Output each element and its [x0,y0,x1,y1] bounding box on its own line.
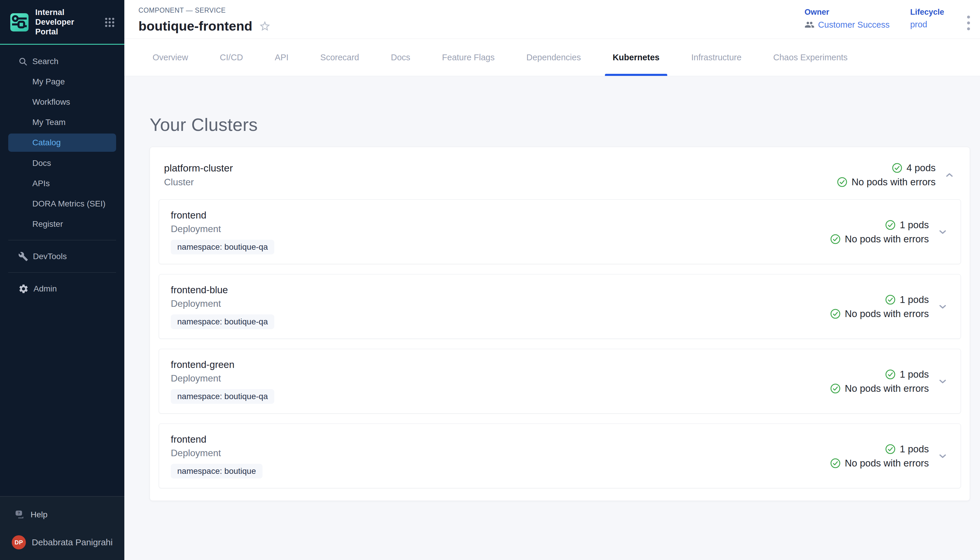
more-options-kebab-icon[interactable] [965,12,972,36]
deployment-kind: Deployment [171,298,221,309]
wrench-icon [18,252,28,262]
main-area: COMPONENT — SERVICE boutique-frontend Ow… [125,0,980,560]
help-label: Help [31,510,48,519]
tab-cicd[interactable]: CI/CD [212,39,251,76]
deployment-card[interactable]: frontend Deployment namespace: boutique … [159,423,961,488]
entity-tabs: Overview CI/CD API Scorecard Docs Featur… [125,39,980,76]
owner-meta: Owner Customer Success [804,8,889,30]
help-chat-icon: ? [14,509,25,520]
svg-text:?: ? [18,511,20,515]
deployment-pods-count: 1 pods [900,369,929,380]
deployment-kind: Deployment [171,448,221,458]
deployment-kind: Deployment [171,373,221,384]
tab-dependencies[interactable]: Dependencies [519,39,588,76]
user-avatar: DP [12,535,26,549]
apps-grid-icon[interactable] [104,16,116,29]
sidebar-item-docs[interactable]: Docs [0,153,125,173]
deployment-card[interactable]: frontend-blue Deployment namespace: bout… [159,274,961,339]
page-header: COMPONENT — SERVICE boutique-frontend Ow… [125,0,980,39]
sidebar-item-help[interactable]: ? Help [0,505,125,524]
chevron-down-icon[interactable] [937,450,949,462]
sidebar-item-label: Admin [33,284,57,293]
sidebar: Internal Developer Portal Search My Page… [0,0,125,560]
search-icon [18,57,28,66]
tab-infrastructure[interactable]: Infrastructure [684,39,749,76]
lifecycle-value: prod [910,20,944,29]
deployment-name: frontend [171,434,206,445]
sidebar-divider [8,240,116,240]
lifecycle-meta: Lifecycle prod [910,8,944,29]
sidebar-item-register[interactable]: Register [0,214,125,234]
deployment-card[interactable]: frontend-green Deployment namespace: bou… [159,349,961,413]
owner-label: Owner [804,8,889,17]
sidebar-item-search[interactable]: Search [0,51,125,72]
deployment-errors-status: No pods with errors [845,233,929,245]
deployment-errors-status: No pods with errors [845,308,929,319]
tab-docs[interactable]: Docs [383,39,418,76]
chevron-down-icon[interactable] [937,226,949,238]
check-circle-icon [837,177,847,187]
sidebar-item-admin[interactable]: Admin [0,278,125,299]
sidebar-item-label: DevTools [33,252,67,261]
tab-scorecard[interactable]: Scorecard [313,39,367,76]
namespace-chip: namespace: boutique [171,464,262,478]
check-circle-icon [885,369,895,380]
tab-kubernetes[interactable]: Kubernetes [605,39,667,76]
check-circle-icon [885,294,895,305]
tab-overview[interactable]: Overview [145,39,196,76]
check-circle-icon [885,220,895,230]
deployment-errors-status: No pods with errors [845,383,929,394]
sidebar-item-apis[interactable]: APIs [0,173,125,193]
sidebar-item-devtools[interactable]: DevTools [0,246,125,267]
chevron-down-icon[interactable] [937,301,949,313]
sidebar-item-catalog[interactable]: Catalog [8,133,116,152]
check-circle-icon [830,458,840,468]
brand[interactable]: Internal Developer Portal [0,0,125,45]
namespace-chip: namespace: boutique-qa [171,389,274,404]
lifecycle-label: Lifecycle [910,8,944,17]
brand-logo-icon [10,13,29,32]
cluster-pods-count: 4 pods [907,162,936,173]
sidebar-item-label: Search [32,57,58,66]
chevron-down-icon[interactable] [937,375,949,388]
brand-title: Internal Developer Portal [35,8,97,37]
user-name: Debabrata Panigrahi [32,537,113,547]
namespace-chip: namespace: boutique-qa [171,314,274,329]
sidebar-bottom: ? Help DP Debabrata Panigrahi [0,496,125,560]
cluster-card: platform-cluster Cluster 4 pods [149,147,970,501]
sidebar-nav: Search My Page Workflows My Team Catalog… [0,45,125,299]
check-circle-icon [892,163,902,173]
deployment-name: frontend-blue [171,284,228,296]
user-menu[interactable]: DP Debabrata Panigrahi [0,533,125,552]
deployment-pods-count: 1 pods [900,294,929,305]
deployment-pods-count: 1 pods [900,219,929,231]
check-circle-icon [830,234,840,244]
favorite-star-icon[interactable] [259,20,271,32]
owner-link[interactable]: Customer Success [818,20,889,30]
check-circle-icon [885,444,895,454]
deployment-name: frontend [171,210,206,221]
check-circle-icon [830,308,840,319]
deployment-pods-count: 1 pods [900,443,929,455]
sidebar-item-workflows[interactable]: Workflows [0,92,125,112]
sidebar-item-my-page[interactable]: My Page [0,72,125,92]
page-title: boutique-frontend [138,18,252,34]
sidebar-divider [8,272,116,273]
check-circle-icon [830,383,840,394]
chevron-up-icon[interactable] [943,169,956,181]
cluster-errors-status: No pods with errors [852,177,936,188]
deployment-kind: Deployment [171,223,221,234]
tab-api[interactable]: API [267,39,296,76]
tab-feature-flags[interactable]: Feature Flags [434,39,502,76]
tab-chaos-experiments[interactable]: Chaos Experiments [766,39,855,76]
deployment-card[interactable]: frontend Deployment namespace: boutique-… [159,199,961,264]
entity-meta: Owner Customer Success Lifecycle prod [804,8,972,36]
clusters-heading: Your Clusters [149,114,980,135]
sidebar-item-my-team[interactable]: My Team [0,112,125,132]
sidebar-item-dora-metrics[interactable]: DORA Metrics (SEI) [0,193,125,214]
namespace-chip: namespace: boutique-qa [171,240,274,254]
cluster-header[interactable]: platform-cluster Cluster 4 pods [150,147,970,199]
sidebar-spacer [0,299,125,496]
deployment-errors-status: No pods with errors [845,458,929,469]
gear-icon [18,283,29,294]
